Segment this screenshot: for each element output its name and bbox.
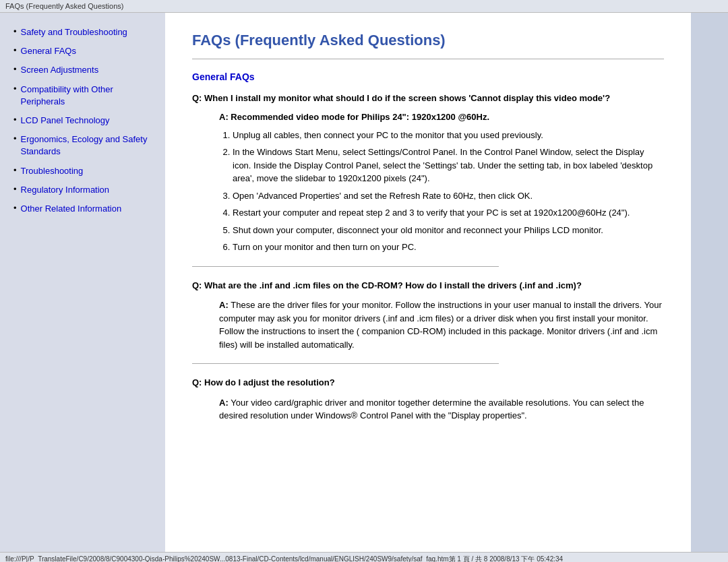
nav-list-item: Screen Adjustments <box>13 64 157 76</box>
sidebar: Safety and TroubleshootingGeneral FAQsSc… <box>0 13 165 552</box>
right-panel <box>691 13 728 552</box>
nav-list-item: General FAQs <box>13 45 157 57</box>
q1-text: Q: When I install my monitor what should… <box>192 93 610 103</box>
nav-link[interactable]: Ergonomics, Ecology and Safety Standards <box>21 133 157 158</box>
nav-link[interactable]: Regulatory Information <box>21 184 110 196</box>
answer-2-block: A: These are the driver files for your m… <box>219 299 664 351</box>
answer-1-highlight-text: Recommended video mode for Philips 24": … <box>231 112 489 122</box>
nav-list-item: Other Related Information <box>13 203 157 215</box>
divider-1 <box>192 266 499 267</box>
section-title: General FAQs <box>192 71 664 82</box>
nav-link[interactable]: Safety and Troubleshooting <box>21 26 127 38</box>
nav-list-item: Troubleshooting <box>13 165 157 177</box>
answer-2-body-text: These are the driver files for your moni… <box>219 300 662 350</box>
step-item: Restart your computer and repeat step 2 … <box>233 206 664 220</box>
answer-1-steps: Unplug all cables, then connect your PC … <box>233 129 664 254</box>
nav-list-item: LCD Panel Technology <box>13 115 157 127</box>
nav-list-item: Safety and Troubleshooting <box>13 26 157 38</box>
status-bar-text: file:///P|/P_TranslateFile/C9/2008/8/C90… <box>5 555 563 562</box>
answer-1-label: A: <box>219 112 231 122</box>
question-2: Q: What are the .inf and .icm files on t… <box>192 279 664 292</box>
answer-3-body: A: Your video card/graphic driver and mo… <box>219 396 664 423</box>
step-item: Open 'Advanced Properties' and set the R… <box>233 189 664 203</box>
answer-3-label: A: <box>219 398 231 408</box>
nav-list-item: Ergonomics, Ecology and Safety Standards <box>13 133 157 158</box>
nav-link[interactable]: Troubleshooting <box>21 165 84 177</box>
answer-2-label: A: <box>219 300 231 310</box>
nav-list: Safety and TroubleshootingGeneral FAQsSc… <box>13 26 157 215</box>
answer-3-body-text: Your video card/graphic driver and monit… <box>219 398 644 421</box>
answer-1-block: A: Recommended video mode for Philips 24… <box>219 112 664 254</box>
q3-text: Q: How do I adjust the resolution? <box>192 377 335 387</box>
step-item: In the Windows Start Menu, select Settin… <box>233 146 664 185</box>
step-item: Shut down your computer, disconnect your… <box>233 224 664 237</box>
nav-link[interactable]: Screen Adjustments <box>21 64 99 76</box>
title-bar-text: FAQs (Frequently Asked Questions) <box>5 2 123 10</box>
nav-link[interactable]: Other Related Information <box>21 203 122 215</box>
divider-2 <box>192 363 499 364</box>
answer-3-block: A: Your video card/graphic driver and mo… <box>219 396 664 423</box>
title-divider <box>192 59 664 59</box>
step-item: Turn on your monitor and then turn on yo… <box>233 241 664 254</box>
answer-2-body: A: These are the driver files for your m… <box>219 299 664 351</box>
nav-link[interactable]: General FAQs <box>21 45 76 57</box>
answer-1-highlight: A: Recommended video mode for Philips 24… <box>219 112 664 122</box>
question-3: Q: How do I adjust the resolution? <box>192 376 664 389</box>
nav-list-item: Regulatory Information <box>13 184 157 196</box>
nav-list-item: Compatibility with Other Peripherals <box>13 84 157 108</box>
nav-link[interactable]: LCD Panel Technology <box>21 115 110 127</box>
page-title: FAQs (Frequently Asked Questions) <box>192 32 664 49</box>
status-bar: file:///P|/P_TranslateFile/C9/2008/8/C90… <box>0 552 728 562</box>
content-area: FAQs (Frequently Asked Questions) Genera… <box>165 13 691 552</box>
q2-text: Q: What are the .inf and .icm files on t… <box>192 280 582 290</box>
nav-link[interactable]: Compatibility with Other Peripherals <box>21 84 157 108</box>
question-1: Q: When I install my monitor what should… <box>192 92 664 105</box>
step-item: Unplug all cables, then connect your PC … <box>233 129 664 142</box>
title-bar: FAQs (Frequently Asked Questions) <box>0 0 728 13</box>
